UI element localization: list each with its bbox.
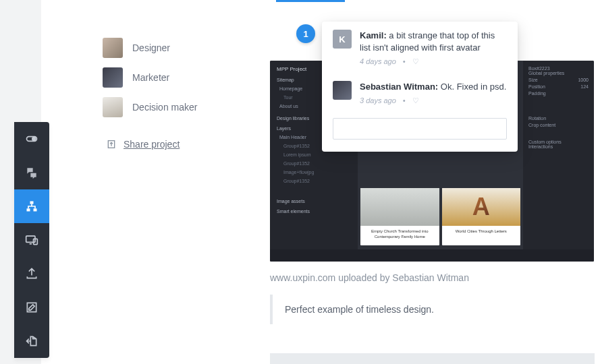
preview-prop: Size1000 bbox=[528, 78, 589, 82]
toggle-icon bbox=[25, 132, 38, 146]
avatar bbox=[103, 38, 123, 58]
preview-prop: Crop content bbox=[528, 123, 589, 127]
comment-popover: K Kamil: a bit strange that top of this … bbox=[322, 22, 518, 152]
svg-rect-2 bbox=[30, 202, 34, 204]
role-label: Marketer bbox=[132, 72, 169, 83]
meta-dot: • bbox=[403, 96, 406, 106]
preview-card-row: Empty Church Transformed into Contempora… bbox=[360, 188, 520, 245]
comment-row: K Kamil: a bit strange that top of this … bbox=[322, 22, 518, 73]
upload-icon bbox=[25, 267, 38, 280]
nav-item-toggle[interactable] bbox=[14, 122, 49, 156]
avatar bbox=[103, 67, 123, 88]
share-icon bbox=[106, 139, 117, 150]
avatar bbox=[103, 97, 123, 117]
preview-footer bbox=[270, 249, 594, 262]
comment-pin-number: 1 bbox=[303, 29, 308, 39]
preview-prop: Position124 bbox=[528, 84, 589, 89]
hierarchy-icon bbox=[25, 200, 38, 213]
role-label: Decision maker bbox=[132, 102, 197, 113]
comment-pin[interactable]: 1 bbox=[296, 24, 315, 43]
svg-rect-3 bbox=[27, 208, 30, 211]
role-item[interactable]: Marketer bbox=[103, 67, 238, 88]
share-project-link[interactable]: Share project bbox=[106, 139, 180, 150]
preview-section: Interactions bbox=[528, 144, 589, 149]
comment-row: Sebastian Witman: Ok. Fixed in psd. 3 da… bbox=[322, 73, 518, 112]
avatar-initial: K bbox=[333, 30, 352, 49]
nav-item-upload[interactable] bbox=[14, 257, 49, 291]
share-label: Share project bbox=[124, 139, 180, 150]
svg-rect-4 bbox=[34, 208, 37, 211]
comment-time: 3 days ago bbox=[360, 96, 396, 106]
comment-body: Kamil: a bit strange that top of this li… bbox=[360, 30, 507, 67]
svg-point-1 bbox=[32, 138, 36, 141]
active-tab-indicator bbox=[276, 0, 345, 2]
preview-section: Custom options bbox=[528, 140, 589, 144]
nav-rail bbox=[14, 122, 49, 358]
import-icon bbox=[25, 334, 38, 348]
role-item[interactable]: Designer bbox=[103, 38, 238, 58]
preview-card-txt: Empty Church Transformed into Contempora… bbox=[360, 226, 439, 245]
nav-item-devices[interactable] bbox=[14, 223, 49, 257]
preview-section: Image assets bbox=[277, 199, 351, 204]
devices-icon bbox=[25, 233, 38, 247]
heart-icon[interactable]: ♡ bbox=[412, 57, 419, 67]
comment-text: Ok. Fixed in psd. bbox=[438, 82, 506, 92]
preview-item: Group#1352 bbox=[277, 159, 351, 168]
preview-item: Image+flowjpg bbox=[277, 168, 351, 177]
comment-author: Kamil: bbox=[360, 30, 387, 40]
quote-text: Perfect example of timeless design. bbox=[285, 304, 434, 315]
comment-input-wrapper bbox=[322, 111, 518, 152]
edit-icon bbox=[25, 301, 38, 314]
preview-card-txt: World Cities Through Letters bbox=[442, 226, 521, 240]
main-content: Designer Marketer Decision maker Share p… bbox=[91, 0, 600, 364]
preview-card-img: A bbox=[442, 188, 521, 226]
preview-card: Empty Church Transformed into Contempora… bbox=[360, 188, 439, 245]
meta-dot: • bbox=[403, 57, 406, 67]
nav-item-edit[interactable] bbox=[14, 291, 49, 324]
nav-item-hierarchy[interactable] bbox=[14, 189, 49, 223]
upload-caption: www.uxpin.com uploaded by Sebastian Witm… bbox=[270, 272, 469, 283]
comment-meta: 4 days ago • ♡ bbox=[360, 57, 507, 67]
next-card-peek bbox=[270, 353, 595, 364]
quote-block: Perfect example of timeless design. bbox=[270, 295, 595, 324]
preview-prop: Padding bbox=[528, 91, 589, 96]
preview-card-img bbox=[360, 188, 439, 226]
preview-section: Global properties bbox=[528, 71, 589, 75]
preview-section: Smart elements bbox=[277, 209, 351, 214]
nav-item-import[interactable] bbox=[14, 324, 49, 358]
preview-prop: Rotation bbox=[528, 116, 589, 121]
avatar bbox=[333, 81, 352, 100]
role-item[interactable]: Decision maker bbox=[103, 97, 238, 117]
preview-card: A World Cities Through Letters bbox=[442, 188, 521, 245]
comment-body: Sebastian Witman: Ok. Fixed in psd. 3 da… bbox=[360, 81, 507, 107]
nav-item-chat[interactable] bbox=[14, 156, 49, 189]
role-label: Designer bbox=[132, 42, 170, 53]
comment-meta: 3 days ago • ♡ bbox=[360, 96, 507, 106]
chat-icon bbox=[25, 166, 38, 179]
preview-item: Group#1352 bbox=[277, 177, 351, 185]
preview-selection: Box#2223 bbox=[528, 66, 589, 71]
comment-author: Sebastian Witman: bbox=[360, 82, 438, 92]
comment-input[interactable] bbox=[333, 118, 507, 140]
preview-right-panel: Box#2223 Global properties Size1000 Posi… bbox=[523, 61, 594, 262]
heart-icon[interactable]: ♡ bbox=[412, 96, 419, 106]
role-list: Designer Marketer Decision maker bbox=[103, 38, 238, 127]
comment-time: 4 days ago bbox=[360, 57, 396, 67]
